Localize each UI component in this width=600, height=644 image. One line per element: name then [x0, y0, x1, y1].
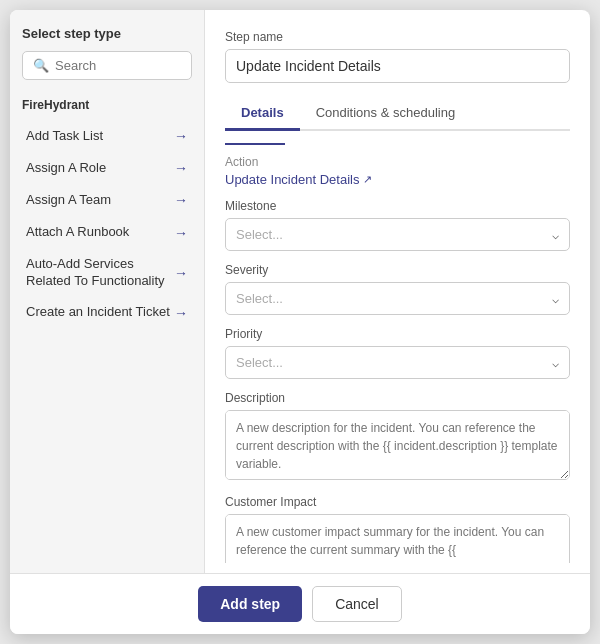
external-link-icon: ↗ — [363, 173, 372, 186]
tab-details[interactable]: Details — [225, 97, 300, 131]
priority-chevron-icon: ⌵ — [552, 356, 559, 370]
sidebar-item-assign-a-team[interactable]: Assign A Team → — [22, 184, 192, 216]
tab-divider — [225, 143, 285, 145]
severity-select[interactable]: Select... ⌵ — [225, 282, 570, 315]
arrow-icon-2: → — [174, 191, 188, 209]
cancel-button[interactable]: Cancel — [312, 586, 402, 622]
severity-chevron-icon: ⌵ — [552, 292, 559, 306]
search-input[interactable] — [55, 58, 181, 73]
priority-group: Priority Select... ⌵ — [225, 327, 570, 379]
search-box[interactable]: 🔍 — [22, 51, 192, 80]
section-label: FireHydrant — [22, 98, 192, 112]
action-link[interactable]: Update Incident Details ↗ — [225, 172, 570, 187]
severity-group: Severity Select... ⌵ — [225, 263, 570, 315]
tab-conditions-scheduling[interactable]: Conditions & scheduling — [300, 97, 471, 131]
description-textarea[interactable] — [225, 410, 570, 480]
sidebar-item-attach-a-runbook[interactable]: Attach A Runbook → — [22, 217, 192, 249]
customer-impact-label: Customer Impact — [225, 495, 570, 509]
arrow-icon-1: → — [174, 159, 188, 177]
action-section: Action Update Incident Details ↗ — [225, 155, 570, 187]
tabs: Details Conditions & scheduling — [225, 97, 570, 131]
arrow-icon-5: → — [174, 304, 188, 322]
add-step-button[interactable]: Add step — [198, 586, 302, 622]
sidebar-title: Select step type — [22, 26, 192, 41]
modal-body: Select step type 🔍 FireHydrant Add Task … — [10, 10, 590, 573]
sidebar-item-auto-add-services[interactable]: Auto-Add Services Related To Functionali… — [22, 249, 192, 297]
modal-footer: Add step Cancel — [10, 573, 590, 634]
arrow-icon-0: → — [174, 127, 188, 145]
customer-impact-group: Customer Impact — [225, 495, 570, 563]
right-panel: Step name Details Conditions & schedulin… — [205, 10, 590, 573]
priority-select[interactable]: Select... ⌵ — [225, 346, 570, 379]
milestone-placeholder: Select... — [236, 227, 283, 242]
step-name-label: Step name — [225, 30, 570, 44]
milestone-chevron-icon: ⌵ — [552, 228, 559, 242]
arrow-icon-4: → — [174, 264, 188, 282]
sidebar-item-add-task-list[interactable]: Add Task List → — [22, 120, 192, 152]
milestone-group: Milestone Select... ⌵ — [225, 199, 570, 251]
sidebar-item-create-incident-ticket[interactable]: Create an Incident Ticket → — [22, 297, 192, 329]
description-label: Description — [225, 391, 570, 405]
severity-label: Severity — [225, 263, 570, 277]
priority-label: Priority — [225, 327, 570, 341]
sidebar: Select step type 🔍 FireHydrant Add Task … — [10, 10, 205, 573]
severity-placeholder: Select... — [236, 291, 283, 306]
sidebar-item-assign-a-role[interactable]: Assign A Role → — [22, 152, 192, 184]
customer-impact-textarea[interactable] — [225, 514, 570, 563]
action-label: Action — [225, 155, 570, 169]
milestone-select[interactable]: Select... ⌵ — [225, 218, 570, 251]
step-name-input[interactable] — [225, 49, 570, 83]
description-group: Description — [225, 391, 570, 483]
priority-placeholder: Select... — [236, 355, 283, 370]
form-area: Action Update Incident Details ↗ Milesto… — [225, 155, 570, 563]
milestone-label: Milestone — [225, 199, 570, 213]
arrow-icon-3: → — [174, 224, 188, 242]
modal: Select step type 🔍 FireHydrant Add Task … — [10, 10, 590, 634]
search-icon: 🔍 — [33, 58, 49, 73]
